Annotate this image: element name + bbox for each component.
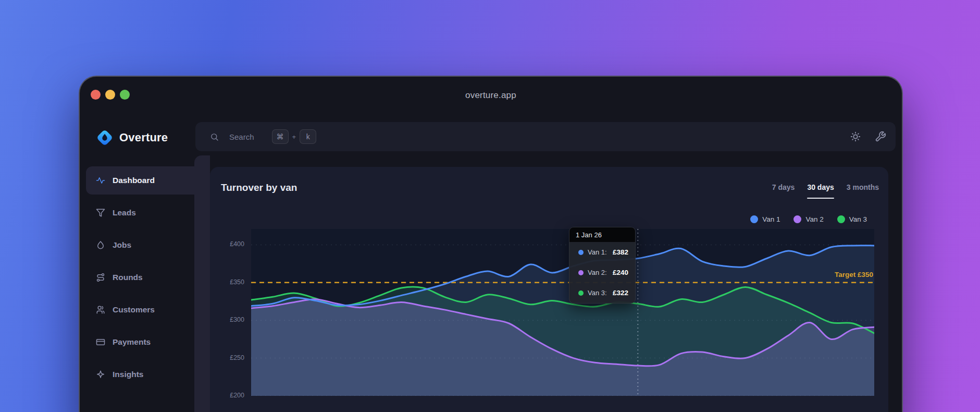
tooltip-label: Van 2:	[588, 269, 607, 276]
legend-label: Van 1	[762, 215, 780, 223]
route-icon	[96, 273, 105, 282]
users-icon	[96, 305, 105, 314]
search-input[interactable]: Search ⌘ + k	[195, 122, 316, 151]
van2-dot	[578, 270, 584, 275]
topbar: Search ⌘ + k	[195, 122, 896, 151]
y-axis-tick: £200	[210, 392, 244, 399]
sidebar-item-customers[interactable]: Customers	[86, 296, 195, 324]
sidebar-item-jobs[interactable]: Jobs	[86, 231, 195, 259]
brand-name: Overture	[119, 131, 168, 144]
app-window: overture.app Overture Dashboard	[79, 76, 903, 412]
card-title: Turnover by van	[221, 182, 297, 193]
overture-logo-icon	[96, 129, 114, 147]
legend-item-van2[interactable]: Van 2	[793, 215, 823, 223]
droplet-icon	[96, 240, 105, 250]
y-axis-tick: £250	[210, 354, 244, 361]
cmd-key-badge: ⌘	[272, 129, 289, 144]
sun-icon	[850, 131, 861, 142]
tooltip-row-van3: Van 3: £322	[569, 283, 635, 303]
sidebar-item-label: Customers	[113, 305, 155, 314]
range-tabs: 7 days 30 days 3 months	[772, 183, 879, 199]
y-axis-tick: £350	[210, 278, 244, 286]
tooltip-value: £240	[613, 269, 628, 276]
tab-30-days[interactable]: 30 days	[807, 183, 834, 199]
sidebar-item-rounds[interactable]: Rounds	[86, 263, 195, 292]
topbar-actions	[850, 131, 896, 142]
titlebar: overture.app	[80, 77, 902, 122]
tooltip-row-van2: Van 2: £240	[569, 262, 635, 283]
tooltip-row-van1: Van 1: £382	[569, 242, 635, 262]
shortcut-plus: +	[292, 133, 296, 141]
y-axis: £400£350£300£250£200	[210, 229, 244, 396]
sidebar-item-insights[interactable]: Insights	[86, 360, 195, 389]
van3-dot	[837, 215, 845, 223]
desktop-background: overture.app Overture Dashboard	[0, 0, 980, 412]
legend-label: Van 2	[805, 215, 823, 223]
sidebar-item-dashboard[interactable]: Dashboard	[86, 166, 195, 195]
legend-label: Van 3	[849, 215, 867, 223]
van1-dot	[578, 250, 584, 255]
theme-toggle-button[interactable]	[850, 131, 861, 142]
credit-card-icon	[96, 337, 105, 347]
sidebar-item-label: Dashboard	[113, 176, 155, 185]
tooltip-date: 1 Jan 26	[569, 227, 635, 242]
search-icon	[210, 132, 219, 141]
chart-legend: Van 1 Van 2 Van 3	[750, 215, 867, 223]
sidebar-item-leads[interactable]: Leads	[86, 199, 195, 227]
window-title: overture.app	[80, 90, 902, 101]
turnover-chart[interactable]	[251, 229, 874, 396]
sidebar-item-label: Leads	[113, 208, 136, 217]
legend-item-van1[interactable]: Van 1	[750, 215, 780, 223]
turnover-card: Turnover by van 7 days 30 days 3 months …	[210, 167, 888, 412]
tooltip-label: Van 1:	[588, 248, 607, 256]
tab-3-months[interactable]: 3 months	[847, 183, 879, 199]
y-axis-tick: £400	[210, 240, 244, 248]
brand-logo: Overture	[96, 129, 168, 147]
search-placeholder: Search	[229, 132, 254, 141]
filter-icon	[96, 208, 105, 217]
sidebar-item-label: Insights	[113, 370, 143, 379]
tooltip-label: Van 3:	[588, 289, 607, 297]
sparkles-icon	[96, 370, 105, 379]
activity-icon	[96, 176, 105, 185]
tab-7-days[interactable]: 7 days	[772, 183, 795, 199]
sidebar-item-payments[interactable]: Payments	[86, 328, 195, 356]
sidebar-item-label: Payments	[113, 337, 151, 347]
van1-dot	[750, 215, 758, 223]
tooltip-value: £322	[613, 289, 628, 297]
tooltip-value: £382	[613, 248, 628, 256]
wrench-icon	[875, 131, 886, 142]
k-key-badge: k	[300, 129, 316, 144]
settings-button[interactable]	[875, 131, 886, 142]
sidebar-item-label: Jobs	[113, 240, 131, 250]
sidebar-item-label: Rounds	[113, 273, 143, 282]
y-axis-tick: £300	[210, 316, 244, 323]
target-line-label: Target £350	[835, 271, 873, 278]
van3-dot	[578, 290, 584, 296]
van2-dot	[793, 215, 801, 223]
legend-item-van3[interactable]: Van 3	[837, 215, 867, 223]
chart-tooltip: 1 Jan 26 Van 1: £382 Van 2: £240 Van 3: …	[569, 227, 636, 304]
